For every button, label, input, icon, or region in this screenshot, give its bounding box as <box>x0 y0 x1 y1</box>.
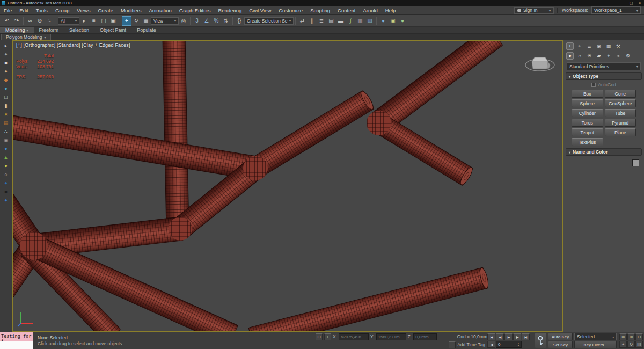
wood-material-icon[interactable]: ▤ <box>2 119 11 127</box>
render-setup-icon[interactable]: ● <box>378 16 388 26</box>
redo-icon[interactable]: ↷ <box>12 16 21 26</box>
unlink-selection-icon[interactable]: ⊘ <box>35 16 45 26</box>
previous-frame-button[interactable]: ◀| <box>496 333 504 340</box>
ribbon-toggle-icon[interactable]: ▬ <box>336 16 346 26</box>
rollout-object-type[interactable]: ▾ Object Type <box>566 72 642 80</box>
zoom-all-icon[interactable]: ⊞ <box>627 333 635 340</box>
dark-box-icon[interactable]: ■ <box>2 187 11 196</box>
select-object-icon[interactable]: ▸ <box>79 16 89 26</box>
sun-light-icon[interactable]: ☀ <box>2 110 11 119</box>
rectangular-selection-region-icon[interactable]: ▢ <box>99 16 108 26</box>
dope-sheet-icon[interactable]: ▥ <box>355 16 365 26</box>
absolute-offset-mode-toggle[interactable]: ± <box>324 333 331 340</box>
use-pivot-point-icon[interactable]: ◎ <box>179 16 188 26</box>
scene-explorer-icon[interactable]: ≣ <box>317 16 326 26</box>
blue-sphere-icon[interactable]: ● <box>2 144 11 153</box>
menu-rendering[interactable]: Rendering <box>214 8 245 13</box>
cameras-category-icon[interactable]: ▰ <box>595 52 603 60</box>
tube-object[interactable] <box>13 115 259 180</box>
menu-tools[interactable]: Tools <box>32 8 52 13</box>
object-button-pyramid[interactable]: Pyramid <box>605 119 636 127</box>
display-tab-icon[interactable]: ▦ <box>605 42 612 50</box>
object-button-box[interactable]: Box <box>572 90 603 98</box>
autogrid-checkbox[interactable]: AutoGrid <box>564 81 644 89</box>
utilities-tab-icon[interactable]: ⚒ <box>614 42 622 50</box>
macro-recorder-line[interactable]: Testing for i <box>0 332 33 341</box>
particles-icon[interactable]: ∴ <box>2 127 11 136</box>
snaps-toggle-icon[interactable]: 3 <box>192 16 202 26</box>
render-production-icon[interactable]: ● <box>398 16 407 26</box>
select-and-rotate-icon[interactable]: ↻ <box>131 16 141 26</box>
spinner-arrows[interactable]: ▲▼ <box>517 343 519 347</box>
set-key-button[interactable]: Set Key <box>548 341 573 348</box>
ribbon-tab-freeform[interactable]: Freeform <box>34 27 64 33</box>
menu-customize[interactable]: Customize <box>275 8 306 13</box>
named-selection-set-dropdown[interactable]: Create Selection Se▾ <box>244 17 294 25</box>
water-sphere-icon[interactable]: ● <box>2 84 11 93</box>
tube-object[interactable] <box>248 90 375 178</box>
maxscript-listener-input[interactable] <box>0 341 33 349</box>
previous-key-button[interactable]: ◀ <box>487 341 495 348</box>
curve-editor-icon[interactable]: ∫ <box>346 16 355 26</box>
key-filters-button[interactable]: Key Filters... <box>574 341 617 348</box>
menu-modifiers[interactable]: Modifiers <box>117 8 145 13</box>
foliage-icon[interactable]: ▲ <box>2 153 11 162</box>
play-button[interactable]: ▶ <box>504 333 513 340</box>
object-button-sphere[interactable]: Sphere <box>572 99 603 107</box>
angle-snap-icon[interactable]: ∠ <box>202 16 211 26</box>
object-button-cylinder[interactable]: Cylinder <box>572 109 603 117</box>
tab-polygon-modeling[interactable]: Polygon Modeling ▾ <box>1 34 51 40</box>
create-tab-icon[interactable]: + <box>566 42 574 50</box>
tube-object[interactable] <box>248 267 490 331</box>
edit-named-selection-icon[interactable]: {} <box>235 16 244 26</box>
go-to-end-button[interactable]: ▶| <box>522 333 530 340</box>
globe-icon[interactable]: ● <box>2 196 11 205</box>
menu-group[interactable]: Group <box>52 8 73 13</box>
viewport-label[interactable]: [+] [Orthographic] [Standard] [Clay + Ed… <box>16 42 130 48</box>
viewport-canvas[interactable] <box>13 41 562 331</box>
viewcube[interactable] <box>524 51 555 77</box>
menu-civil-view[interactable]: Civil View <box>245 8 275 13</box>
sign-in-dropdown[interactable]: Sign In ▾ <box>514 7 554 14</box>
selection-filter-dropdown[interactable]: All▾ <box>58 17 79 25</box>
terrain-icon[interactable]: ◆ <box>2 76 11 84</box>
ribbon-tab-populate[interactable]: Populate <box>131 27 162 33</box>
layer-explorer-icon[interactable]: ▤ <box>326 16 336 26</box>
helpers-category-icon[interactable]: + <box>605 52 612 60</box>
ribbon-tab-object-paint[interactable]: Object Paint <box>94 27 131 33</box>
maximize-button[interactable]: ▢ <box>627 0 635 6</box>
window-crossing-icon[interactable]: ▣ <box>108 16 118 26</box>
modify-tab-icon[interactable]: ≈ <box>576 42 583 50</box>
undo-icon[interactable]: ↶ <box>2 16 12 26</box>
cube-icon[interactable]: □ <box>2 93 11 101</box>
menu-edit[interactable]: Edit <box>16 8 32 13</box>
x-coordinate-field[interactable]: 62075,496 <box>339 333 369 340</box>
z-coordinate-field[interactable]: 0,0mm <box>413 333 437 340</box>
torus-icon[interactable]: ○ <box>2 170 11 179</box>
rendered-frame-window-icon[interactable]: ▣ <box>388 16 398 26</box>
menu-content[interactable]: Content <box>334 8 359 13</box>
close-button[interactable]: × <box>635 0 644 6</box>
box-icon[interactable]: ■ <box>2 59 11 67</box>
systems-category-icon[interactable]: ⚙ <box>624 52 632 60</box>
ribbon-tab-modeling[interactable]: Modeling▾ <box>0 27 34 33</box>
orbit-icon[interactable]: ↻ <box>627 341 635 348</box>
menu-help[interactable]: Help <box>382 8 400 13</box>
mirror-icon[interactable]: ⇄ <box>297 16 307 26</box>
hierarchy-tab-icon[interactable]: ≣ <box>586 42 593 50</box>
key-selection-dropdown[interactable]: Selected ▾ <box>574 333 617 340</box>
lights-category-icon[interactable]: ☀ <box>586 52 593 60</box>
object-button-cone[interactable]: Cone <box>605 90 636 98</box>
pan-hand-icon[interactable]: + <box>619 341 627 348</box>
rollout-name-and-color[interactable]: ▾ Name and Color <box>566 148 642 156</box>
select-by-name-icon[interactable]: ≡ <box>89 16 99 26</box>
current-frame-spinner[interactable]: 0▲▼ <box>496 341 522 348</box>
object-button-geosphere[interactable]: GeoSphere <box>605 99 636 107</box>
object-color-swatch[interactable] <box>632 159 639 166</box>
object-button-tube[interactable]: Tube <box>605 109 636 117</box>
ribbon-tab-selection[interactable]: Selection <box>64 27 94 33</box>
next-frame-button[interactable]: |▶ <box>513 333 521 340</box>
bind-to-space-warp-icon[interactable]: ≈ <box>45 16 54 26</box>
object-button-torus[interactable]: Torus <box>572 119 603 127</box>
menu-animation[interactable]: Animation <box>145 8 175 13</box>
